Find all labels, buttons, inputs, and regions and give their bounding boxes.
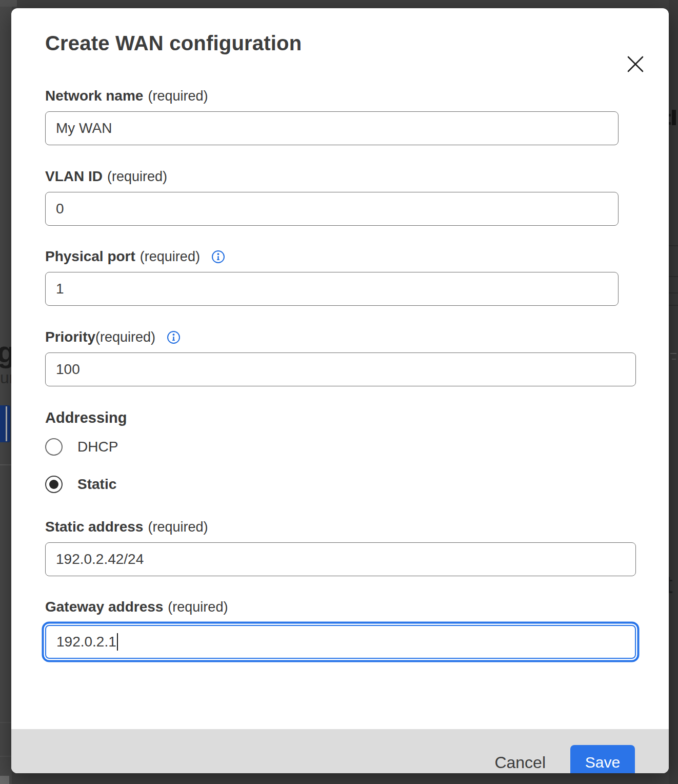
network-name-input[interactable]	[45, 111, 619, 145]
priority-input[interactable]	[45, 352, 636, 386]
background-text-dot	[669, 114, 671, 116]
cancel-button[interactable]: Cancel	[494, 753, 546, 772]
physical-port-input[interactable]	[45, 272, 619, 306]
vlan-id-label-row: VLAN ID (required)	[45, 168, 669, 185]
gateway-address-label: Gateway address	[45, 598, 163, 616]
required-hint: (required)	[168, 598, 228, 616]
priority-label: Priority	[45, 328, 95, 346]
background-topleft-patch	[0, 0, 17, 7]
background-heading-fragment: gu	[0, 335, 12, 369]
background-divider-line	[0, 756, 12, 757]
background-text-dot	[669, 122, 671, 125]
background-blue-button-divider	[6, 406, 7, 441]
text-cursor	[117, 633, 118, 651]
background-table-row-line	[669, 305, 678, 306]
required-hint: (required)	[95, 328, 155, 346]
background-table-row-line	[669, 292, 678, 293]
save-button[interactable]: Save	[570, 745, 635, 773]
priority-label-row: Priority (required)	[45, 328, 669, 346]
network-name-label-row: Network name (required)	[45, 87, 669, 105]
required-hint: (required)	[140, 248, 200, 265]
radio-unselected-icon	[45, 438, 63, 456]
addressing-radio-static[interactable]: Static	[45, 475, 669, 494]
background-right-strip	[669, 0, 678, 784]
static-address-label-row: Static address (required)	[45, 518, 669, 536]
background-bottomleft-patch	[0, 776, 9, 784]
network-name-label: Network name	[45, 87, 143, 105]
background-table-row-line	[669, 245, 678, 246]
background-dash	[670, 353, 676, 354]
radio-static-label: Static	[77, 476, 116, 493]
background-divider-line	[0, 464, 12, 465]
dialog-title: Create WAN configuration	[45, 31, 669, 55]
background-divider-line	[0, 722, 12, 723]
addressing-heading: Addressing	[45, 409, 669, 426]
vlan-id-label: VLAN ID	[45, 168, 103, 185]
vlan-id-input[interactable]	[45, 192, 619, 226]
background-text-bar	[672, 110, 676, 125]
background-left-strip	[0, 0, 12, 784]
dialog-footer: Cancel Save	[11, 729, 669, 773]
physical-port-label: Physical port	[45, 248, 135, 265]
static-address-input[interactable]	[45, 542, 636, 576]
required-hint: (required)	[148, 87, 208, 105]
gateway-address-input[interactable]: 192.0.2.1	[45, 625, 636, 659]
background-text-fragment: ur	[0, 368, 12, 387]
background-blue-button-fragment	[0, 405, 10, 442]
close-icon	[626, 54, 645, 74]
background-table-row-line	[669, 276, 678, 277]
physical-port-info-icon[interactable]	[211, 250, 225, 264]
static-address-label: Static address	[45, 518, 143, 536]
radio-dhcp-label: DHCP	[77, 439, 118, 455]
required-hint: (required)	[148, 518, 208, 536]
required-hint: (required)	[107, 168, 167, 185]
priority-info-icon[interactable]	[167, 330, 181, 344]
gateway-address-value: 192.0.2.1	[56, 634, 116, 650]
gateway-address-label-row: Gateway address (required)	[45, 598, 669, 616]
background-dash	[672, 359, 676, 360]
close-button[interactable]	[624, 52, 647, 76]
addressing-radio-dhcp[interactable]: DHCP	[45, 438, 669, 456]
create-wan-dialog: Create WAN configuration Network name (r…	[11, 8, 669, 773]
physical-port-label-row: Physical port (required)	[45, 248, 669, 265]
radio-selected-icon	[45, 476, 63, 493]
